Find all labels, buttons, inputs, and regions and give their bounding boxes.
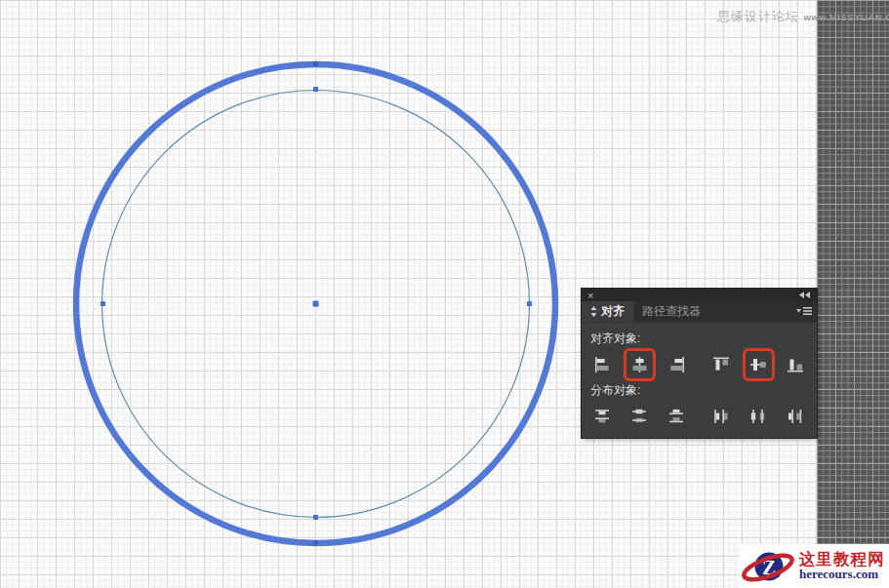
panel-tab-bar: 对齐 路径查找器 (582, 301, 817, 323)
horizontal-distribute-left-button[interactable] (709, 406, 734, 427)
horizontal-align-right-button[interactable] (665, 354, 689, 375)
close-icon[interactable]: × (587, 291, 593, 300)
distribute-buttons-row (590, 406, 808, 427)
anchor-point-inner-right[interactable] (527, 301, 532, 306)
horizontal-distribute-center-button[interactable] (747, 406, 771, 427)
align-objects-label: 对齐对象: (590, 331, 808, 347)
vertical-distribute-center-icon (631, 409, 648, 424)
anchor-point-outer-bottom[interactable] (313, 540, 318, 545)
anchor-point-inner-top[interactable] (313, 87, 318, 92)
vertical-distribute-bottom-button[interactable] (665, 406, 689, 427)
vertical-align-top-icon (713, 357, 730, 372)
tab-pathfinder-label: 路径查找器 (642, 303, 701, 320)
vertical-distribute-top-button[interactable] (590, 406, 615, 427)
watermark-site-url: www.MISSYUAN.COM (803, 12, 889, 22)
horizontal-distribute-left-icon (713, 409, 730, 424)
horizontal-distribute-right-button[interactable] (784, 406, 808, 427)
watermark-site-name: 思缘设计论坛 (717, 9, 799, 23)
distribute-objects-label: 分布对象: (590, 382, 808, 399)
horizontal-align-center-icon (631, 357, 648, 372)
vertical-distribute-center-button[interactable] (627, 406, 652, 427)
vertical-distribute-bottom-icon (668, 409, 685, 424)
panel-body: 对齐对象: (582, 323, 817, 427)
vertical-align-bottom-icon (788, 357, 804, 372)
anchor-point-outer-top[interactable] (313, 61, 318, 66)
align-panel: × 对齐 路径查找器 (582, 289, 817, 438)
vertical-align-center-icon (750, 357, 767, 372)
site-logo-mark: Z (742, 545, 798, 588)
panel-toggle-icon (590, 306, 597, 317)
horizontal-align-left-button[interactable] (590, 354, 615, 375)
vertical-align-top-button[interactable] (709, 354, 734, 375)
collapse-panel-icon[interactable] (799, 292, 811, 298)
panel-titlebar[interactable]: × (582, 289, 817, 301)
horizontal-distribute-right-icon (788, 409, 804, 424)
vertical-align-bottom-button[interactable] (784, 354, 808, 375)
center-point[interactable] (313, 301, 319, 307)
site-logo: Z 这里教程网 herecours.com (740, 544, 889, 588)
horizontal-distribute-center-icon (750, 409, 767, 424)
vertical-align-center-button[interactable] (747, 354, 771, 375)
anchor-point-inner-left[interactable] (101, 301, 105, 306)
panel-menu-icon[interactable] (796, 306, 812, 316)
watermark-text: 思缘设计论坛 www.MISSYUAN.COM (717, 7, 889, 25)
logo-title: 这里教程网 (799, 551, 885, 568)
horizontal-align-left-icon (594, 357, 611, 372)
horizontal-align-center-button[interactable] (627, 354, 652, 375)
align-buttons-row (590, 354, 808, 375)
tab-align-label: 对齐 (601, 303, 625, 320)
horizontal-align-right-icon (668, 357, 685, 372)
tab-align[interactable]: 对齐 (582, 301, 633, 322)
anchor-point-inner-bottom[interactable] (313, 515, 318, 520)
illustrator-canvas: 思缘设计论坛 www.MISSYUAN.COM × 对齐 路径查找器 (0, 0, 889, 588)
logo-domain: herecours.com (799, 568, 885, 581)
tab-pathfinder[interactable]: 路径查找器 (633, 301, 709, 322)
vertical-distribute-top-icon (594, 409, 611, 424)
